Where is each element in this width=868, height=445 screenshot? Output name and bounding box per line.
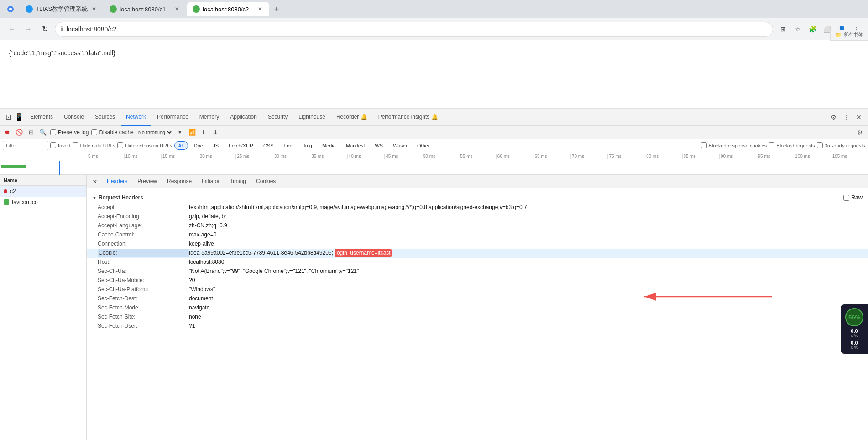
clear-icon[interactable]: 🚫 [15, 128, 24, 137]
tab-close-1[interactable]: ✕ [90, 5, 98, 13]
detail-tab-cookies[interactable]: Cookies [251, 175, 280, 188]
ruler-mark-15: 80 ms [645, 154, 682, 159]
devtools-settings-icon[interactable]: ⚙ [828, 112, 839, 123]
detail-close-button[interactable]: ✕ [90, 177, 99, 186]
request-headers-section[interactable]: ▼ Request Headers Raw [87, 192, 868, 203]
filter-wasm[interactable]: Wasm [389, 141, 411, 150]
filter-other[interactable]: Other [413, 141, 434, 150]
sidebar-bookmark[interactable]: 📁 所有书签 [830, 30, 868, 41]
filter-icon[interactable]: ⊞ [26, 128, 36, 137]
filter-input[interactable] [3, 141, 48, 150]
url-text: localhost:8080/c2 [67, 26, 767, 33]
tab-recorder[interactable]: Recorder 🔔 [332, 109, 372, 126]
file-item-c2[interactable]: c2 [0, 186, 86, 197]
record-stop-icon[interactable]: ⏺ [3, 128, 12, 137]
tab-c1[interactable]: localhost:8080/c1 ✕ [104, 2, 186, 16]
tab-c2[interactable]: localhost:8080/c2 ✕ [187, 2, 269, 16]
preserve-log-checkbox[interactable] [50, 129, 56, 135]
header-name-sec-ch-ua-platform: Sec-Ch-Ua-Platform: [98, 286, 189, 294]
download-icon[interactable]: ⬇ [211, 128, 220, 137]
filter-font[interactable]: Font [280, 141, 298, 150]
tab-tlias[interactable]: TLIAS教学管理系统 ✕ [20, 2, 103, 16]
filter-css[interactable]: CSS [259, 141, 278, 150]
hide-ext-urls-label[interactable]: Hide extension URLs [117, 142, 172, 148]
ruler-mark-11: 60 ms [496, 154, 533, 159]
hide-data-urls-checkbox[interactable] [73, 142, 78, 148]
throttle-dropdown-icon[interactable]: ▾ [176, 128, 185, 137]
header-row-sec-ch-ua-platform: Sec-Ch-Ua-Platform: "Windows" [87, 285, 868, 294]
filter-img[interactable]: Img [300, 141, 316, 150]
header-name-connection: Connection: [98, 240, 189, 248]
file-item-favicon[interactable]: favicon.ico [0, 197, 86, 208]
devtools-close-icon[interactable]: ✕ [853, 112, 864, 123]
detail-tab-response[interactable]: Response [162, 175, 196, 188]
disable-cache-label[interactable]: Disable cache [91, 129, 133, 136]
filter-all[interactable]: All [174, 141, 188, 150]
header-row-sec-ch-ua: Sec-Ch-Ua: "Not A(Brand";v="99", "Google… [87, 267, 868, 276]
filter-doc[interactable]: Doc [190, 141, 207, 150]
blocked-requests-label[interactable]: Blocked requests [769, 142, 815, 148]
filter-ws[interactable]: WS [371, 141, 387, 150]
reload-button[interactable]: ↻ [38, 23, 51, 36]
header-row-cache-control: Cache-Control: max-age=0 [87, 230, 868, 240]
detail-tab-timing[interactable]: Timing [225, 175, 251, 188]
hide-ext-urls-checkbox[interactable] [117, 142, 123, 148]
tab-close-2[interactable]: ✕ [173, 5, 181, 13]
invert-checkbox[interactable] [50, 142, 56, 148]
network-settings-icon[interactable]: ⚙ [854, 127, 865, 138]
tab-security[interactable]: Security [263, 109, 292, 126]
ruler-mark-7: 40 ms [347, 154, 385, 159]
filter-media[interactable]: Media [318, 141, 340, 150]
preserve-log-label[interactable]: Preserve log [50, 129, 89, 136]
tab-performance[interactable]: Performance [152, 109, 193, 126]
throttle-select[interactable]: No throttling [136, 129, 173, 136]
translate-icon[interactable]: ⊞ [777, 23, 790, 36]
search-icon[interactable]: 🔍 [38, 128, 47, 137]
third-party-checkbox[interactable] [817, 142, 823, 148]
tab-close-3[interactable]: ✕ [256, 5, 264, 13]
header-row-sec-fetch-dest: Sec-Fetch-Dest: document [87, 294, 868, 304]
detail-tab-preview[interactable]: Preview [133, 175, 162, 188]
wifi-icon[interactable]: 📶 [188, 128, 197, 137]
blocked-requests-checkbox[interactable] [769, 142, 774, 148]
filter-manifest[interactable]: Manifest [342, 141, 369, 150]
devtools-inspect-icon[interactable]: ⊡ [4, 113, 13, 122]
invert-label[interactable]: Invert [50, 142, 71, 148]
tab-lighthouse[interactable]: Lighthouse [294, 109, 330, 126]
tab-memory[interactable]: Memory [195, 109, 224, 126]
detail-tab-headers[interactable]: Headers [102, 175, 132, 188]
blocked-response-label[interactable]: Blocked response cookies [701, 142, 767, 148]
third-party-label[interactable]: 3rd-party requests [817, 142, 865, 148]
forward-button[interactable]: → [22, 23, 35, 36]
disable-cache-checkbox[interactable] [91, 129, 97, 135]
perf-download-unit: K/S [851, 334, 858, 338]
tab-favicon-1 [26, 5, 33, 13]
raw-label[interactable]: Raw [843, 194, 863, 201]
header-value-sec-ch-ua: "Not A(Brand";v="99", "Google Chrome";v=… [189, 267, 359, 276]
tab-network[interactable]: Network [121, 109, 151, 126]
filter-fetch-xhr[interactable]: Fetch/XHR [225, 141, 257, 150]
detail-tab-initiator[interactable]: Initiator [197, 175, 224, 188]
back-button[interactable]: ← [5, 23, 18, 36]
upload-icon[interactable]: ⬆ [199, 128, 209, 137]
devtools-panel: ⊡ 📱 Elements Console Sources Network Per… [0, 109, 868, 440]
raw-checkbox[interactable] [843, 195, 849, 201]
blocked-response-checkbox[interactable] [701, 142, 707, 148]
tab-application[interactable]: Application [225, 109, 261, 126]
url-bar[interactable]: ℹ localhost:8080/c2 [55, 22, 773, 37]
new-tab-button[interactable]: + [270, 3, 283, 16]
address-bar: ← → ↻ ℹ localhost:8080/c2 ⊞ ☆ 🧩 ⬜ 👤 ⋮ [0, 18, 868, 40]
devtools-device-icon[interactable]: 📱 [15, 113, 24, 122]
browser-menu-icon[interactable] [4, 2, 17, 16]
bookmark-icon[interactable]: ☆ [791, 23, 804, 36]
tab-console[interactable]: Console [59, 109, 89, 126]
tab-elements[interactable]: Elements [26, 109, 58, 126]
hide-data-urls-label[interactable]: Hide data URLs [73, 142, 116, 148]
extensions-icon[interactable]: 🧩 [806, 23, 819, 36]
filter-js[interactable]: JS [209, 141, 223, 150]
tab-perf-insights[interactable]: Performance insights 🔔 [374, 109, 443, 126]
section-chevron: ▼ [92, 195, 97, 200]
tab-sources[interactable]: Sources [90, 109, 120, 126]
devtools-more-icon[interactable]: ⋮ [841, 112, 852, 123]
network-toolbar: ⏺ 🚫 ⊞ 🔍 Preserve log Disable cache No th… [0, 126, 868, 139]
